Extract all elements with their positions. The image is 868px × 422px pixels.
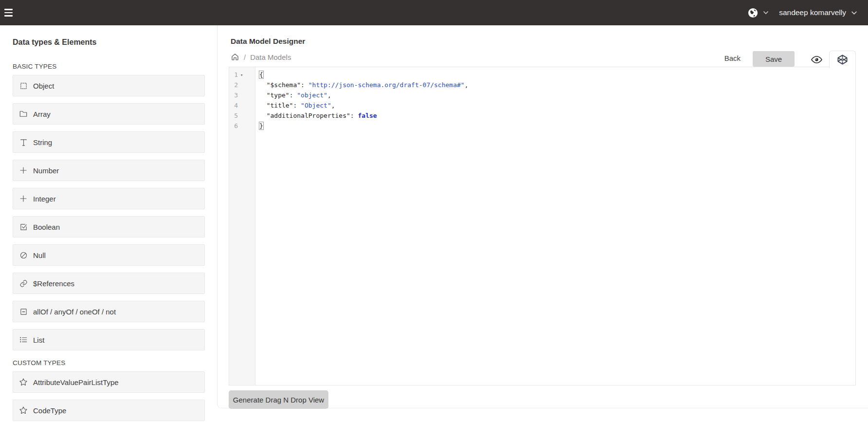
type-item-combinators[interactable]: allOf / anyOf / oneOf / not	[13, 301, 205, 322]
gutter-line: 2	[229, 80, 255, 90]
sidebar-title: Data types & Elements	[13, 38, 205, 47]
top-bar-right: sandeep komarvelly	[747, 7, 868, 18]
gutter-line: 4	[229, 100, 255, 110]
plus-icon	[19, 166, 28, 175]
dashed-square-icon	[19, 81, 28, 90]
type-item-number[interactable]: Number	[13, 160, 205, 181]
globe-icon	[747, 7, 759, 18]
type-item-label: CodeType	[33, 406, 66, 415]
type-item-references[interactable]: $References	[13, 273, 205, 294]
type-item-label: allOf / anyOf / oneOf / not	[33, 308, 116, 316]
user-name: sandeep komarvelly	[779, 8, 846, 17]
type-item-array[interactable]: Array	[13, 103, 205, 125]
breadcrumb: / Data Models	[231, 53, 291, 61]
checkbox-indeterminate-icon	[19, 307, 28, 316]
type-item-list[interactable]: List	[13, 329, 205, 350]
designer-view-tab[interactable]	[829, 51, 856, 68]
folder-icon	[19, 110, 28, 118]
type-palette-sidebar: Data types & Elements BASIC TYPES Object…	[0, 25, 217, 422]
type-item-label: List	[33, 336, 44, 344]
type-item-label: String	[33, 138, 52, 147]
gutter-line: 6	[229, 121, 255, 131]
basic-types-section-label: BASIC TYPES	[13, 63, 205, 70]
code-line: "type": "object",	[259, 90, 855, 100]
code-line: "additionalProperties": false	[259, 110, 855, 121]
locale-selector[interactable]	[747, 7, 769, 18]
type-item-null[interactable]: Null	[13, 244, 205, 266]
code-line: "$schema": "http://json-schema.org/draft…	[259, 80, 855, 90]
text-type-icon	[19, 138, 28, 147]
star-icon	[19, 378, 28, 386]
type-item-label: Number	[33, 166, 59, 175]
type-item-label: Object	[33, 82, 54, 90]
plus-icon	[19, 194, 28, 203]
chevron-down-icon	[763, 11, 769, 15]
type-item-attributevaluepairlisttype[interactable]: AttributeValuePairListType	[13, 371, 205, 393]
code-line: }	[259, 121, 855, 131]
hamburger-icon[interactable]	[4, 5, 19, 20]
type-item-string[interactable]: String	[13, 131, 205, 153]
fold-toggle-icon[interactable]: ▾	[240, 73, 243, 77]
breadcrumb-current: Data Models	[250, 53, 291, 61]
type-item-label: Null	[33, 251, 46, 259]
code-content: { "$schema": "http://json-schema.org/dra…	[255, 67, 855, 385]
generate-dragndrop-button[interactable]: Generate Drag N Drop View	[229, 390, 328, 409]
custom-types-section-label: CUSTOM TYPES	[13, 359, 205, 367]
preview-toggle[interactable]	[810, 55, 823, 65]
schema-code-editor[interactable]: 1 ▾ 2 3 4 5 6 { "$schema": "http://json-…	[229, 67, 856, 385]
designer-panel: Data Model Designer / Data Models Back S…	[217, 25, 868, 408]
type-item-label: Boolean	[33, 223, 60, 231]
code-line: "title": "Object",	[259, 100, 855, 110]
checkbox-checked-icon	[19, 222, 28, 231]
type-item-label: AttributeValuePairListType	[33, 378, 119, 386]
codepen-cube-icon	[837, 54, 848, 65]
user-menu[interactable]: sandeep komarvelly	[779, 8, 857, 17]
bullet-list-icon	[19, 335, 28, 344]
home-icon[interactable]	[231, 53, 239, 61]
breadcrumb-separator: /	[244, 53, 246, 61]
type-item-object[interactable]: Object	[13, 75, 205, 96]
code-line: {	[259, 70, 855, 80]
link-icon	[19, 279, 28, 288]
top-bar: sandeep komarvelly	[0, 0, 868, 25]
type-item-label: $References	[33, 279, 74, 288]
gutter-line: 1 ▾	[229, 70, 255, 80]
editor-gutter: 1 ▾ 2 3 4 5 6	[229, 67, 255, 385]
chevron-down-icon	[851, 11, 857, 15]
star-icon	[19, 406, 28, 415]
page-title: Data Model Designer	[231, 37, 305, 46]
eye-icon	[811, 55, 822, 64]
type-item-codetype[interactable]: CodeType	[13, 400, 205, 421]
gutter-line: 5	[229, 110, 255, 121]
gutter-line: 3	[229, 90, 255, 100]
null-circle-slash-icon	[19, 251, 28, 259]
type-item-label: Integer	[33, 195, 56, 203]
type-item-label: Array	[33, 110, 51, 118]
back-button[interactable]: Back	[724, 54, 741, 62]
save-button[interactable]: Save	[753, 51, 795, 67]
type-item-integer[interactable]: Integer	[13, 188, 205, 209]
type-item-boolean[interactable]: Boolean	[13, 216, 205, 238]
app-window: sandeep komarvelly Data types & Elements…	[0, 0, 868, 422]
